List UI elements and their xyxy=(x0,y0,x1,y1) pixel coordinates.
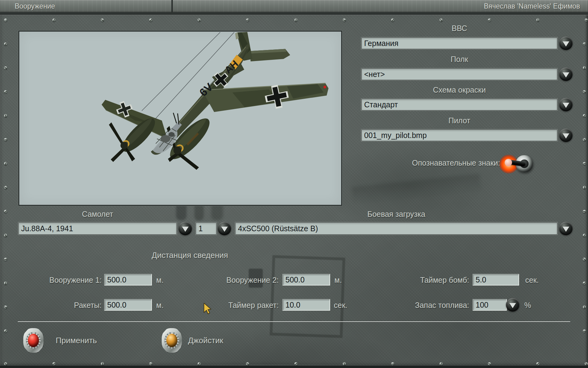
aircraft-select[interactable] xyxy=(18,222,177,235)
weapon1-label: Вооружение 1: xyxy=(31,274,102,286)
screw-icon xyxy=(4,90,7,94)
screw-icon xyxy=(536,362,540,366)
section-separator xyxy=(18,321,570,322)
regiment-dropdown-button[interactable] xyxy=(559,67,573,81)
apply-button-label: Применить xyxy=(56,335,97,345)
weapon1-input[interactable] xyxy=(104,274,152,286)
markings-label: Опознавательные знаки: xyxy=(361,158,500,168)
paint-scheme-dropdown-button[interactable] xyxy=(559,98,573,111)
loadout-select[interactable] xyxy=(235,222,557,235)
chevron-down-icon xyxy=(182,227,189,232)
screw-icon xyxy=(583,329,586,333)
apply-button[interactable]: Применить xyxy=(20,328,118,354)
background-frame-object xyxy=(270,255,345,338)
fuel-input[interactable] xyxy=(473,299,507,311)
page-title: Вооружение xyxy=(15,2,55,10)
airforce-select[interactable] xyxy=(361,37,557,49)
aircraft-render: 6V AH xyxy=(19,32,341,205)
aircraft-label: Самолет xyxy=(18,209,177,219)
pilot-skin-label: Пилот xyxy=(361,116,557,125)
titlebar-screen-section: Вооружение xyxy=(0,0,172,12)
screw-icon xyxy=(101,18,104,22)
screw-icon xyxy=(488,362,491,366)
joystick-button[interactable]: Джойстик xyxy=(159,328,251,354)
paint-scheme-label: Схема окраски xyxy=(361,85,557,95)
loadout-dropdown-button[interactable] xyxy=(559,222,573,235)
screw-icon xyxy=(583,210,586,213)
screw-icon xyxy=(536,18,540,22)
bomb-timer-input[interactable] xyxy=(473,274,519,286)
markings-toggle[interactable] xyxy=(497,151,538,177)
screw-icon xyxy=(585,362,588,366)
screw-icon xyxy=(4,282,7,285)
screw-icon xyxy=(4,162,7,165)
screw-icon xyxy=(4,362,7,366)
screw-icon xyxy=(52,362,56,366)
screw-icon xyxy=(149,362,153,366)
chevron-down-icon xyxy=(563,103,569,108)
screw-icon xyxy=(4,114,7,117)
screw-icon xyxy=(583,186,586,189)
regiment-label: Полк xyxy=(361,54,557,64)
rocket-timer-unit: сек. xyxy=(334,300,347,311)
aircraft-dropdown-button[interactable] xyxy=(179,222,192,235)
weapon2-unit: м. xyxy=(334,274,342,286)
fuel-dropdown-button[interactable] xyxy=(506,298,519,312)
screw-icon xyxy=(583,305,586,309)
screw-icon xyxy=(4,234,7,237)
pilot-skin-select[interactable] xyxy=(361,129,557,141)
aircraft-preview-panel: 6V AH xyxy=(18,31,342,206)
screw-icon xyxy=(198,18,201,22)
screw-icon xyxy=(4,186,7,189)
aircraft-variant-select[interactable] xyxy=(196,222,217,235)
screw-icon xyxy=(583,114,586,117)
loadout-label: Боевая загрузка xyxy=(235,209,557,219)
joystick-button-lamp xyxy=(166,334,177,347)
screw-icon xyxy=(101,362,104,366)
titlebar-player-section: Вячеслав 'Nameless' Ефимов xyxy=(173,0,588,12)
rocket-timer-input[interactable] xyxy=(282,299,330,311)
screw-icon xyxy=(4,138,7,141)
rocket-timer-label: Таймер ракет: xyxy=(199,300,279,311)
rockets-label: Ракеты: xyxy=(46,300,102,311)
regiment-select[interactable] xyxy=(361,68,557,80)
screw-icon xyxy=(583,42,586,46)
rockets-unit: м. xyxy=(156,300,164,311)
screw-icon xyxy=(198,362,201,366)
screw-icon xyxy=(583,162,586,165)
aircraft-variant-dropdown-button[interactable] xyxy=(218,222,231,235)
chevron-down-icon xyxy=(563,227,569,232)
pilot-skin-dropdown-button[interactable] xyxy=(559,128,573,142)
chevron-down-icon xyxy=(563,133,569,139)
screw-icon xyxy=(439,18,443,22)
chevron-down-icon xyxy=(509,303,516,308)
fuel-unit: % xyxy=(524,300,531,311)
screw-icon xyxy=(4,66,7,70)
screw-icon xyxy=(294,362,298,366)
airforce-label: ВВС xyxy=(361,23,557,33)
screw-icon xyxy=(343,362,346,366)
screw-icon xyxy=(583,234,586,237)
screw-icon xyxy=(4,329,7,333)
weapon2-input[interactable] xyxy=(282,274,330,286)
fuel-label: Запас топлива: xyxy=(398,300,469,311)
paint-scheme-select[interactable] xyxy=(361,99,557,110)
screw-icon xyxy=(246,362,249,366)
apply-button-lamp xyxy=(28,334,39,347)
screw-icon xyxy=(343,18,346,22)
rockets-input[interactable] xyxy=(104,299,152,311)
panel-bottom-edge xyxy=(0,366,588,368)
airforce-dropdown-button[interactable] xyxy=(559,36,573,50)
screw-icon xyxy=(4,210,7,213)
screw-icon xyxy=(583,66,586,70)
chevron-down-icon xyxy=(221,227,228,232)
screw-icon xyxy=(585,18,588,22)
screw-icon xyxy=(439,362,443,366)
bomb-timer-label: Таймер бомб: xyxy=(398,274,469,286)
joystick-button-label: Джойстик xyxy=(188,335,223,345)
bomb-timer-unit: сек. xyxy=(525,274,539,286)
chevron-down-icon xyxy=(563,72,569,78)
screw-icon xyxy=(583,90,586,94)
screw-icon xyxy=(583,282,586,285)
screw-icon xyxy=(4,18,7,22)
